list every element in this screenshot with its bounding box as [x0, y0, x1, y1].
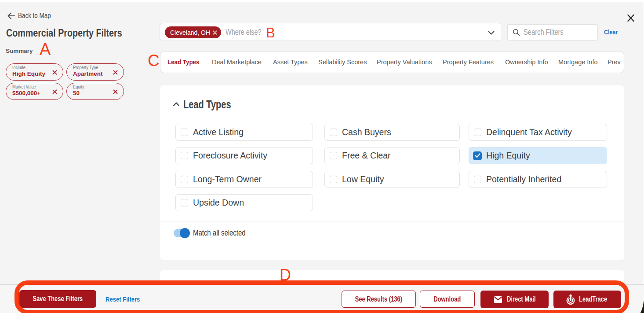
checkmark-icon [475, 153, 480, 158]
checkbox[interactable] [181, 129, 188, 136]
option-label: Free & Clear [342, 151, 391, 161]
leadtrace-label: LeadTrace [579, 295, 607, 303]
location-chip-label: Cleveland, OH [170, 29, 210, 36]
checkbox[interactable] [181, 152, 188, 159]
commercial-property-filters-screen: Back to Map Commercial Property Filters … [0, 0, 644, 313]
checkbox[interactable] [330, 176, 337, 183]
search-filters-placeholder: Search Filters [524, 28, 564, 37]
download-label: Download [434, 295, 461, 303]
filter-tab[interactable]: Deal Marketplace [212, 52, 262, 73]
leadtrace-icon [565, 294, 576, 305]
chip-label: Market Value [12, 84, 36, 89]
cursor-wedge [637, 299, 644, 313]
option-label: Potentially Inherited [486, 174, 561, 184]
direct-mail-label: Direct Mail [507, 295, 536, 303]
reset-filters-button[interactable]: Reset Filters [106, 295, 140, 303]
option-label: Low Equity [342, 174, 384, 184]
card-divider [160, 221, 624, 221]
leadtrace-button[interactable]: LeadTrace [553, 291, 621, 308]
see-results-button[interactable]: See Results (136) [342, 291, 416, 308]
chevron-down-icon[interactable] [488, 31, 495, 35]
lead-type-option[interactable]: Potentially Inherited [469, 171, 607, 188]
lead-type-option[interactable]: Active Listing [175, 124, 313, 141]
save-filters-label: Save These Filters [33, 295, 83, 303]
lead-type-option[interactable]: Free & Clear [324, 147, 460, 164]
checkbox[interactable] [474, 176, 481, 183]
annotation-letter-d: D [280, 267, 291, 283]
chip-remove-icon[interactable] [113, 70, 118, 75]
lead-type-option[interactable]: High Equity [469, 147, 607, 164]
back-arrow-icon [7, 12, 15, 19]
option-label: Upside Down [193, 198, 244, 208]
collapse-section-icon[interactable] [173, 102, 180, 107]
clear-filters-button[interactable]: Clear [604, 28, 618, 36]
checkbox[interactable] [474, 129, 481, 136]
match-all-toggle-knob[interactable] [180, 228, 190, 238]
summary-chip[interactable]: Property Type Apartment [66, 63, 124, 81]
option-label: Cash Buyers [342, 127, 391, 137]
lead-type-option[interactable]: Long-Term Owner [175, 171, 313, 188]
chip-remove-icon[interactable] [52, 89, 57, 94]
annotation-letter-c: C [148, 52, 160, 69]
close-icon[interactable] [626, 13, 636, 23]
location-chip[interactable]: Cleveland, OH [165, 26, 221, 38]
filter-tabs: Lead TypesDeal MarketplaceAsset TypesSel… [160, 51, 624, 73]
filter-tab[interactable]: Sellability Scores [318, 52, 367, 73]
checkbox[interactable] [181, 199, 188, 206]
annotation-letter-b: B [266, 26, 275, 40]
filter-tab[interactable]: Prev [608, 52, 621, 73]
chip-label: Property Type [73, 65, 98, 70]
lead-types-heading: Lead Types [183, 98, 231, 111]
lead-type-option[interactable]: Low Equity [324, 171, 460, 188]
lead-type-option[interactable]: Upside Down [175, 194, 313, 211]
checkbox[interactable] [473, 151, 482, 160]
filter-tab[interactable]: Mortgage Info [558, 52, 597, 73]
lead-type-option[interactable]: Foreclosure Activity [175, 147, 313, 164]
match-all-toggle-label: Match all selected [193, 228, 246, 238]
chip-remove-icon[interactable] [113, 89, 118, 94]
top-strip [0, 0, 644, 2]
download-button[interactable]: Download [420, 291, 475, 308]
annotation-letter-a: A [40, 41, 51, 58]
checkbox[interactable] [330, 152, 337, 159]
option-label: Delinquent Tax Activity [486, 127, 572, 137]
summary-chip[interactable]: Include High Equity [6, 63, 63, 81]
chip-label: Include [12, 65, 25, 70]
mail-icon [494, 296, 502, 303]
location-placeholder: Where else? [226, 28, 262, 37]
option-label: Foreclosure Activity [193, 151, 267, 161]
checkbox[interactable] [330, 129, 337, 136]
save-filters-button[interactable]: Save These Filters [19, 290, 96, 308]
chip-remove-icon[interactable] [52, 70, 57, 75]
search-filters-input[interactable]: Search Filters [507, 24, 598, 41]
location-search-input[interactable]: Cleveland, OH Where else? [160, 23, 502, 41]
back-to-map-button[interactable]: Back to Map [7, 11, 57, 20]
filter-tab[interactable]: Ownership Info [505, 52, 548, 73]
option-label: Long-Term Owner [193, 174, 262, 184]
summary-chip[interactable]: Market Value $500,000+ [6, 83, 63, 100]
lead-type-option[interactable]: Cash Buyers [324, 124, 460, 141]
back-to-map-label: Back to Map [18, 12, 51, 20]
chip-label: Equity [73, 84, 84, 89]
search-icon [513, 29, 520, 36]
filter-tab[interactable]: Asset Types [273, 52, 308, 73]
filter-tab[interactable]: Lead Types [167, 52, 199, 73]
summary-label: Summary [6, 48, 33, 54]
location-chip-remove-icon[interactable] [213, 30, 217, 35]
filter-tab[interactable]: Property Valuations [377, 52, 432, 73]
see-results-label: See Results (136) [355, 295, 402, 303]
option-label: Active Listing [193, 127, 244, 137]
option-label: High Equity [486, 151, 530, 161]
filter-tab[interactable]: Property Features [443, 52, 494, 73]
lead-type-option[interactable]: Delinquent Tax Activity [469, 124, 607, 141]
direct-mail-button[interactable]: Direct Mail [480, 291, 549, 308]
page-title: Commercial Property Filters [6, 27, 122, 39]
summary-chip[interactable]: Equity 50 [66, 83, 124, 100]
checkbox[interactable] [181, 176, 188, 183]
